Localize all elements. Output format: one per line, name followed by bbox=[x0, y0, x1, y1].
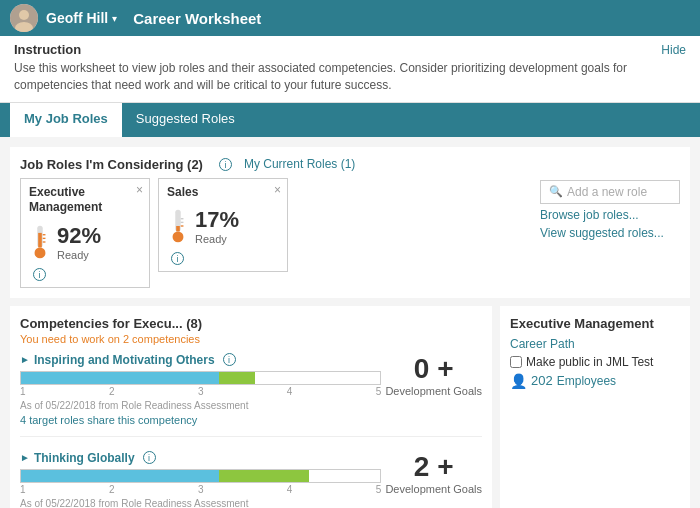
chevron-right-icon-2: ► bbox=[20, 452, 30, 463]
competency-item-1: ► Inspiring and Motivating Others i 1234… bbox=[20, 353, 482, 437]
bar-blue-1 bbox=[21, 372, 219, 384]
career-path-link[interactable]: Career Path bbox=[510, 337, 680, 351]
bar-scale-1: 12345 bbox=[20, 386, 381, 397]
bottom-area: Competencies for Execu... (8) You need t… bbox=[10, 306, 690, 508]
svg-rect-4 bbox=[38, 233, 42, 248]
ready-percent-executive: 92% bbox=[57, 223, 101, 249]
tab-suggested-roles[interactable]: Suggested Roles bbox=[122, 103, 249, 137]
card-info-icon-executive[interactable]: i bbox=[33, 268, 46, 281]
competencies-subtitle: You need to work on 2 competencies bbox=[20, 333, 482, 345]
competency-header-1[interactable]: ► Inspiring and Motivating Others i bbox=[20, 353, 381, 367]
bar-track-1 bbox=[20, 371, 381, 385]
bar-scale-2: 12345 bbox=[20, 484, 381, 495]
sidebar-title: Executive Management bbox=[510, 316, 680, 331]
competencies-title: Competencies for Execu... (8) bbox=[20, 316, 482, 331]
competency-item-2: ► Thinking Globally i 12345 bbox=[20, 451, 482, 508]
dev-goals-label-1: Development Goals bbox=[385, 385, 482, 397]
bar-track-2 bbox=[20, 469, 381, 483]
suggested-roles-link[interactable]: View suggested roles... bbox=[540, 226, 680, 240]
public-checkbox-row: Make public in JML Test bbox=[510, 355, 680, 369]
add-role-input[interactable]: 🔍 Add a new role bbox=[540, 180, 680, 204]
bar-green-2 bbox=[219, 470, 309, 482]
employee-row: 👤 202 Employees bbox=[510, 373, 680, 389]
svg-point-11 bbox=[173, 232, 184, 243]
user-name[interactable]: Geoff Hill bbox=[46, 10, 108, 26]
competency-label-1: Inspiring and Motivating Others bbox=[34, 353, 215, 367]
employees-label: Employees bbox=[557, 374, 616, 388]
considering-info-icon[interactable]: i bbox=[219, 158, 232, 171]
public-label: Make public in JML Test bbox=[526, 355, 653, 369]
chevron-right-icon-1: ► bbox=[20, 354, 30, 365]
role-card-title-sales: Sales bbox=[167, 185, 279, 201]
competencies-section: Competencies for Execu... (8) You need t… bbox=[10, 306, 492, 508]
sidebar-section: Executive Management Career Path Make pu… bbox=[500, 306, 690, 508]
employee-icon: 👤 bbox=[510, 373, 527, 389]
role-card-sales: Sales × 17% bbox=[158, 178, 288, 273]
instruction-text: Use this worksheet to view job roles and… bbox=[14, 61, 627, 92]
card-info-icon-sales[interactable]: i bbox=[171, 252, 184, 265]
svg-point-5 bbox=[35, 247, 46, 258]
dev-goals-1: 0 + Development Goals bbox=[385, 353, 482, 397]
considering-label: Job Roles I'm Considering (2) bbox=[20, 157, 203, 172]
competency-link-1[interactable]: 4 target roles share this competency bbox=[20, 414, 381, 426]
role-card-title-executive: ExecutiveManagement bbox=[29, 185, 141, 216]
svg-point-1 bbox=[19, 10, 29, 20]
bar-container-1: 12345 bbox=[20, 371, 381, 397]
competency-source-1: As of 05/22/2018 from Role Readiness Ass… bbox=[20, 400, 381, 411]
chevron-down-icon[interactable]: ▾ bbox=[112, 13, 117, 24]
dev-goals-2: 2 + Development Goals bbox=[385, 451, 482, 495]
thermometer-icon-sales bbox=[167, 206, 189, 246]
tabs-bar: My Job Roles Suggested Roles bbox=[0, 103, 700, 137]
browse-jobs-link[interactable]: Browse job roles... bbox=[540, 208, 680, 222]
role-card-executive: ExecutiveManagement × bbox=[20, 178, 150, 288]
competency-info-icon-2[interactable]: i bbox=[143, 451, 156, 464]
bar-green-1 bbox=[219, 372, 255, 384]
add-role-placeholder: Add a new role bbox=[567, 185, 647, 199]
close-executive-button[interactable]: × bbox=[136, 183, 143, 197]
bar-container-2: 12345 bbox=[20, 469, 381, 495]
tab-my-job-roles[interactable]: My Job Roles bbox=[10, 103, 122, 137]
competency-label-2: Thinking Globally bbox=[34, 451, 135, 465]
dev-goals-num-1: 0 + bbox=[414, 353, 454, 385]
close-sales-button[interactable]: × bbox=[274, 183, 281, 197]
instruction-title: Instruction bbox=[14, 42, 81, 57]
competency-info-icon-1[interactable]: i bbox=[223, 353, 236, 366]
competency-source-2: As of 05/22/2018 from Role Readiness Ass… bbox=[20, 498, 381, 508]
employee-count: 202 bbox=[531, 373, 553, 388]
svg-rect-10 bbox=[176, 226, 180, 231]
search-icon: 🔍 bbox=[549, 185, 563, 198]
thermometer-icon-executive bbox=[29, 222, 51, 262]
dev-goals-num-2: 2 + bbox=[414, 451, 454, 483]
avatar bbox=[10, 4, 38, 32]
main-content: Job Roles I'm Considering (2) i My Curre… bbox=[0, 137, 700, 508]
ready-percent-sales: 17% bbox=[195, 207, 239, 233]
bar-blue-2 bbox=[21, 470, 219, 482]
instruction-bar: Instruction Hide Use this worksheet to v… bbox=[0, 36, 700, 103]
ready-label-sales: Ready bbox=[195, 233, 227, 245]
ready-label-executive: Ready bbox=[57, 249, 89, 261]
job-roles-section: Job Roles I'm Considering (2) i My Curre… bbox=[10, 147, 690, 298]
app-header: Geoff Hill ▾ Career Worksheet bbox=[0, 0, 700, 36]
job-roles-cards: ExecutiveManagement × bbox=[20, 178, 680, 288]
page-title: Career Worksheet bbox=[133, 10, 261, 27]
current-roles-label[interactable]: My Current Roles (1) bbox=[244, 157, 355, 171]
add-role-section: 🔍 Add a new role Browse job roles... Vie… bbox=[540, 178, 680, 240]
competency-header-2[interactable]: ► Thinking Globally i bbox=[20, 451, 381, 465]
public-checkbox[interactable] bbox=[510, 356, 522, 368]
hide-link[interactable]: Hide bbox=[661, 43, 686, 57]
dev-goals-label-2: Development Goals bbox=[385, 483, 482, 495]
